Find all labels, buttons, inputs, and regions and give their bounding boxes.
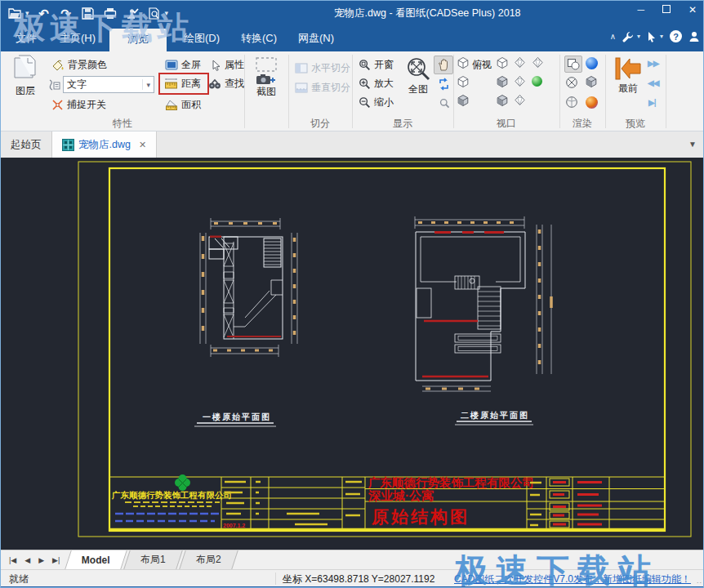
zoom-window-icon bbox=[359, 59, 371, 71]
user-icon[interactable] bbox=[688, 31, 700, 42]
regen-button[interactable] bbox=[436, 77, 451, 91]
redo-icon[interactable]: ↷ bbox=[59, 6, 74, 20]
status-ready: 就绪 bbox=[9, 572, 29, 586]
tab-view[interactable]: 浏览(V) bbox=[109, 29, 167, 51]
fast-forward-icon[interactable]: ▶▶ bbox=[648, 60, 658, 68]
tab-home[interactable]: 主页(H) bbox=[48, 25, 107, 51]
blue-sphere-icon bbox=[586, 57, 598, 69]
cursor-dropdown-icon[interactable]: ▾ bbox=[660, 33, 663, 40]
bg-color-button[interactable]: 背景颜色 bbox=[51, 58, 107, 72]
help-icon[interactable]: ? bbox=[670, 30, 682, 42]
zoom-all-button[interactable]: 全图 bbox=[403, 56, 434, 96]
attributes-button[interactable]: 属性 bbox=[212, 58, 244, 72]
pan-button[interactable] bbox=[434, 56, 453, 74]
status-promo-link[interactable]: CAD图纸二次开发控件V7.0发布，新增图纸编辑功能！ bbox=[454, 572, 691, 586]
drawing-canvas[interactable]: 一楼原始平面图 bbox=[1, 158, 704, 550]
cad-drawing: 一楼原始平面图 bbox=[1, 158, 704, 550]
preview-icon[interactable] bbox=[147, 6, 162, 20]
snapshot-button[interactable]: 截图 bbox=[247, 56, 285, 99]
close-tab-icon[interactable]: ✕ bbox=[139, 140, 146, 150]
view-cube-2-button[interactable] bbox=[457, 75, 470, 88]
render-sphere-orange-button[interactable] bbox=[586, 96, 598, 109]
zoom-window-label: 开窗 bbox=[374, 58, 394, 72]
tab-layout2[interactable]: 布局2 bbox=[179, 550, 238, 569]
area-button[interactable]: 面积 bbox=[165, 98, 201, 112]
walk-view-button[interactable] bbox=[532, 76, 542, 87]
resize-grip[interactable]: .. bbox=[697, 577, 702, 585]
rewind-icon[interactable]: ◀◀ bbox=[648, 79, 658, 87]
view-cube-4-button[interactable] bbox=[496, 56, 509, 69]
tab-list-dropdown-icon[interactable]: ▼ bbox=[688, 140, 697, 149]
open-file-icon[interactable] bbox=[7, 6, 22, 20]
text-style-combo[interactable]: 文字 ▾ bbox=[48, 76, 154, 93]
tab-convert[interactable]: 转换(C) bbox=[229, 25, 288, 51]
nav-prev-icon[interactable]: ◀ bbox=[25, 556, 30, 564]
view-cube-5-button[interactable] bbox=[496, 75, 509, 88]
view-diamond-1-button[interactable] bbox=[514, 56, 526, 69]
zoom-window-button[interactable]: 开窗 bbox=[359, 58, 394, 72]
render-cube-button[interactable] bbox=[585, 75, 598, 88]
tab-start-page[interactable]: 起始页 bbox=[1, 131, 51, 158]
nav-next-icon[interactable]: ▶ bbox=[38, 556, 44, 564]
hidden-line-button[interactable] bbox=[565, 96, 578, 109]
view-cube-6-button[interactable] bbox=[496, 94, 509, 107]
nav-last-icon[interactable]: ▶| bbox=[52, 556, 60, 564]
split-vertical-label: 垂直切分 bbox=[311, 81, 350, 95]
open-dropdown-icon[interactable]: ▾ bbox=[25, 9, 29, 17]
find-button[interactable]: 查找 bbox=[208, 77, 244, 91]
ribbon-tab-row: 文件 主页(H) 浏览(V) 绘图(D) 转换(C) 网盘(N) ∧ ▾ ▾ ? bbox=[1, 25, 704, 51]
split-horizontal-button[interactable]: 水平切分 bbox=[295, 61, 350, 75]
render-sphere-blue-button[interactable] bbox=[586, 57, 598, 69]
layers-button[interactable]: 图层 bbox=[6, 55, 45, 98]
text-style-icon bbox=[48, 78, 60, 91]
maximize-button[interactable] bbox=[662, 5, 671, 13]
company-name-red: 广东顺德行势装饰工程有限公司 bbox=[368, 476, 534, 489]
fullscreen-button[interactable]: 全屏 bbox=[165, 58, 201, 72]
title-bar: ▾ ↶ ↷ ▾ 宠物店.dwg - 看图纸(CADSee Plus) 2018 … bbox=[1, 1, 704, 25]
wrench-icon[interactable] bbox=[622, 31, 634, 42]
close-button[interactable]: ✕ bbox=[688, 2, 697, 17]
split-vertical-button[interactable]: 垂直切分 bbox=[295, 81, 350, 95]
tab-draw[interactable]: 绘图(D) bbox=[172, 25, 231, 51]
print-icon[interactable] bbox=[103, 6, 118, 20]
group-label-props: 特性 bbox=[1, 117, 244, 131]
tab-netdisk[interactable]: 网盘(N) bbox=[287, 25, 345, 51]
cursor-icon[interactable] bbox=[647, 31, 657, 42]
save-icon[interactable] bbox=[81, 6, 96, 20]
wireframe-3d-button[interactable] bbox=[565, 76, 578, 89]
step-forward-icon[interactable]: ▶| bbox=[648, 99, 656, 107]
wireframe-2d-icon bbox=[567, 58, 580, 70]
combo-arrow-icon[interactable]: ▾ bbox=[142, 79, 150, 90]
tab-document[interactable]: 宠物店.dwg ✕ bbox=[51, 131, 157, 158]
bg-color-label: 背景颜色 bbox=[68, 58, 107, 72]
collapse-ribbon-icon[interactable]: ∧ bbox=[610, 32, 616, 41]
orange-sphere-icon bbox=[586, 96, 598, 109]
front-button[interactable]: 最前 bbox=[612, 56, 644, 96]
snap-toggle-button[interactable]: 捕捉开关 bbox=[51, 98, 106, 112]
layers-icon bbox=[11, 55, 39, 84]
tab-model[interactable]: Model bbox=[65, 550, 127, 569]
minimize-button[interactable]: ─ bbox=[637, 2, 644, 17]
wrench-dropdown-icon[interactable]: ▾ bbox=[637, 33, 640, 40]
top-view-label[interactable]: 俯视 bbox=[472, 58, 492, 72]
floor-plan-1 bbox=[200, 218, 297, 357]
nav-first-icon[interactable]: |◀ bbox=[9, 556, 16, 564]
view-diamond-2-button[interactable] bbox=[514, 75, 526, 87]
distance-button[interactable]: 距离 bbox=[164, 77, 201, 91]
view-cube-3-button[interactable] bbox=[457, 94, 470, 107]
view-diamond-4-button[interactable] bbox=[532, 56, 544, 69]
attributes-icon bbox=[212, 60, 221, 71]
view-cube-1-button[interactable] bbox=[457, 56, 470, 69]
wireframe-2d-button[interactable] bbox=[564, 56, 582, 73]
stamp-check-icon[interactable] bbox=[125, 6, 140, 20]
sheet-title-red: 原始结构图 bbox=[371, 507, 470, 526]
zoom-prev-button[interactable] bbox=[438, 96, 451, 109]
tab-layout1[interactable]: 布局1 bbox=[123, 550, 182, 569]
undo-icon[interactable]: ↶ bbox=[37, 6, 51, 20]
view-diamond-3-button[interactable] bbox=[514, 94, 526, 106]
floor-plan-2-label: 二楼原始平面图 bbox=[455, 411, 533, 425]
zoom-in-button[interactable]: 放大 bbox=[359, 77, 394, 91]
zoom-out-button[interactable]: 缩小 bbox=[359, 96, 394, 109]
tab-file[interactable]: 文件 bbox=[4, 25, 48, 51]
qat-more-icon[interactable]: ▾ bbox=[165, 9, 169, 17]
